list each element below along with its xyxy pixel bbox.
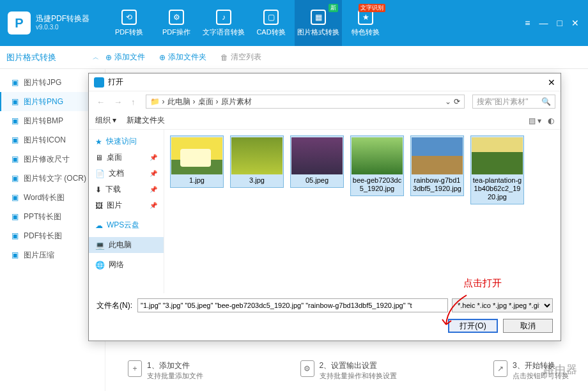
path-box[interactable]: 📁 ›此电脑 ›桌面 ›原片素材 ⌄ ⟳ xyxy=(146,95,465,109)
cad-icon: ▢ xyxy=(263,10,279,25)
picture-icon: 🖼 xyxy=(95,201,103,210)
folder-icon: 📁 xyxy=(150,97,160,106)
dialog-close-icon[interactable]: ✕ xyxy=(548,77,555,88)
cloud-icon: ☁ xyxy=(95,221,103,230)
doc-icon: ▣ xyxy=(12,212,19,221)
pin-icon: 📌 xyxy=(150,186,157,193)
step-guide: + 1、添加文件支持批量添加文件 ⚙ 2、设置输出设置支持批量操作和转换设置 ↗… xyxy=(128,360,569,381)
clear-list-button[interactable]: 🗑清空列表 xyxy=(220,52,261,63)
desktop-icon: 🖥 xyxy=(95,153,103,162)
pin-icon: 📌 xyxy=(150,170,157,177)
file-item[interactable]: rainbow-g7bd13dbf5_1920.jpg xyxy=(411,136,463,195)
nav-downloads[interactable]: ⬇下载📌 xyxy=(89,181,164,197)
dialog-nav: ← → ↑ 📁 ›此电脑 ›桌面 ›原片素材 ⌄ ⟳ 搜索"图片素材" 🔍 xyxy=(89,91,561,112)
app-name: 迅捷PDF转换器 xyxy=(36,14,89,23)
tab-special[interactable]: 文字识别★特色转换 xyxy=(342,0,389,46)
file-item[interactable]: 3.jpg xyxy=(231,136,283,187)
nav-wps[interactable]: ☁WPS云盘 xyxy=(89,217,164,233)
quick-access[interactable]: ★快速访问 xyxy=(89,134,164,150)
doc-icon: ▣ xyxy=(12,231,19,240)
close-icon[interactable]: ✕ xyxy=(571,18,579,28)
tab-image-format[interactable]: 新▦图片格式转换 xyxy=(295,0,342,46)
chevron-down-icon[interactable]: ⌄ xyxy=(445,97,451,106)
open-dialog: 打开 ✕ ← → ↑ 📁 ›此电脑 ›桌面 ›原片素材 ⌄ ⟳ 搜索"图片素材"… xyxy=(88,73,561,341)
sound-icon: ♪ xyxy=(216,10,231,25)
help-icon[interactable]: ◐ xyxy=(548,116,554,125)
search-icon: 🔍 xyxy=(541,97,551,106)
cancel-button[interactable]: 取消 xyxy=(503,319,553,333)
app-small-icon xyxy=(94,77,104,88)
dialog-title: 打开 xyxy=(108,77,123,88)
file-grid: 1.jpg 3.jpg 05.jpeg bee-geb7203dc5_1920.… xyxy=(164,130,561,293)
chevron-up-icon: ︿ xyxy=(93,53,99,62)
forward-icon[interactable]: → xyxy=(111,97,125,107)
doc-icon: ▣ xyxy=(12,116,19,125)
plus-folder-icon: ⊕ xyxy=(159,53,166,62)
nav-docs[interactable]: 📄文档📌 xyxy=(89,165,164,181)
up-icon[interactable]: ↑ xyxy=(128,97,138,107)
menu-icon[interactable]: ≡ xyxy=(525,18,530,28)
pin-icon: 📌 xyxy=(150,154,157,161)
thumbnail xyxy=(472,137,523,174)
filename-input[interactable] xyxy=(137,298,448,312)
trash-icon: 🗑 xyxy=(220,53,228,62)
annotation-arrow-icon xyxy=(441,294,473,335)
view-icon[interactable]: ▤ ▾ xyxy=(529,116,541,125)
thumbnail xyxy=(171,137,222,174)
app-logo-icon: P xyxy=(8,12,31,34)
sub-toolbar: 图片格式转换 ︿ ⊕添加文件 ⊕添加文件夹 🗑清空列表 xyxy=(0,46,588,69)
thumbnail xyxy=(291,137,343,174)
file-plus-icon: + xyxy=(128,360,142,377)
organize-menu[interactable]: 组织 ▾ xyxy=(95,115,116,126)
add-file-button[interactable]: ⊕添加文件 xyxy=(105,52,145,63)
export-icon: ↗ xyxy=(493,360,507,377)
doc-icon: ▣ xyxy=(12,97,19,106)
top-tabs: ⟲PDF转换 ⚙PDF操作 ♪文字语音转换 ▢CAD转换 新▦图片格式转换 文字… xyxy=(105,0,389,46)
network-icon: 🌐 xyxy=(95,261,105,270)
file-item[interactable]: tea-plantation-g1b40b62c2_1920.jpg xyxy=(471,136,523,204)
doc-icon: ▣ xyxy=(12,135,19,144)
new-folder-button[interactable]: 新建文件夹 xyxy=(127,115,165,126)
badge-new: 新 xyxy=(329,4,338,12)
pin-icon: 📌 xyxy=(150,202,157,209)
star-icon: ★ xyxy=(95,137,102,146)
add-folder-button[interactable]: ⊕添加文件夹 xyxy=(159,52,206,63)
dialog-search-input[interactable]: 搜索"图片素材" 🔍 xyxy=(472,95,555,109)
docs-icon: 📄 xyxy=(95,169,105,178)
tab-pdf-convert[interactable]: ⟲PDF转换 xyxy=(105,0,153,46)
refresh-icon[interactable]: ⟳ xyxy=(454,97,460,106)
nav-network[interactable]: 🌐网络 xyxy=(89,257,164,273)
back-icon[interactable]: ← xyxy=(94,97,107,107)
pc-icon: 💻 xyxy=(95,241,105,250)
minimize-icon[interactable]: — xyxy=(539,18,548,28)
plus-file-icon: ⊕ xyxy=(105,53,112,62)
dialog-footer: 文件名(N): *.heic *.ico *.jpg *.jpeg *.gif … xyxy=(89,293,561,341)
thumbnail xyxy=(231,137,282,174)
settings-icon: ⚙ xyxy=(300,360,314,377)
doc-icon: ▣ xyxy=(12,78,19,87)
annotation-text: 点击打开 xyxy=(463,277,502,289)
filename-label: 文件名(N): xyxy=(97,300,134,311)
step-1: + 1、添加文件支持批量添加文件 xyxy=(128,360,203,381)
tab-cad[interactable]: ▢CAD转换 xyxy=(247,0,295,46)
file-item[interactable]: 05.jpeg xyxy=(291,136,343,187)
download-icon: ⬇ xyxy=(95,185,102,194)
file-item[interactable]: bee-geb7203dc5_1920.jpg xyxy=(351,136,403,195)
image-icon: ▦ xyxy=(311,10,326,25)
dialog-titlebar: 打开 ✕ xyxy=(89,73,561,91)
tab-pdf-operate[interactable]: ⚙PDF操作 xyxy=(153,0,200,46)
step-2: ⚙ 2、设置输出设置支持批量操作和转换设置 xyxy=(300,360,397,381)
badge-ocr: 文字识别 xyxy=(359,4,385,12)
nav-thispc[interactable]: 💻此电脑 xyxy=(89,237,164,253)
doc-icon: ▣ xyxy=(12,193,19,202)
section-title[interactable]: 图片格式转换 ︿ xyxy=(6,52,105,63)
thumbnail xyxy=(352,137,403,174)
window-controls: ≡ — □ ✕ xyxy=(525,18,588,28)
maximize-icon[interactable]: □ xyxy=(557,18,562,28)
file-item[interactable]: 1.jpg xyxy=(171,136,223,187)
tab-tts[interactable]: ♪文字语音转换 xyxy=(200,0,247,46)
gear-icon: ⚙ xyxy=(169,10,184,25)
nav-desktop[interactable]: 🖥桌面📌 xyxy=(89,150,164,165)
nav-pictures[interactable]: 🖼图片📌 xyxy=(89,197,164,213)
dialog-toolbar: 组织 ▾ 新建文件夹 ▤ ▾ ◐ xyxy=(89,112,561,130)
